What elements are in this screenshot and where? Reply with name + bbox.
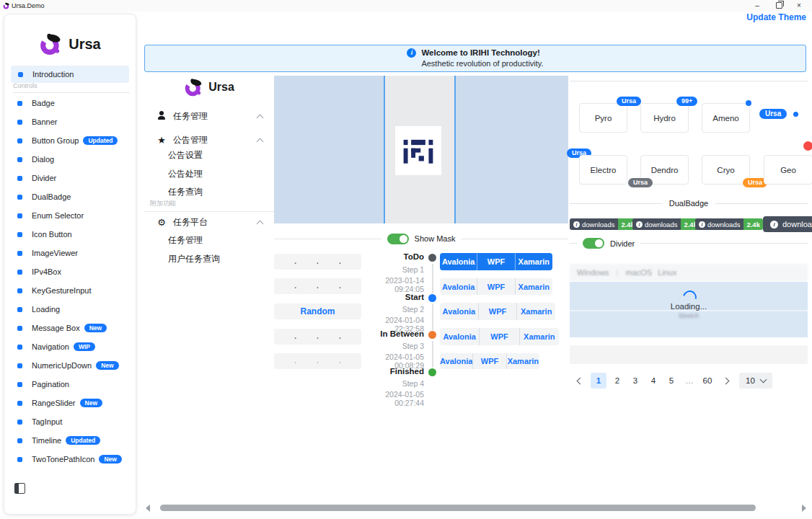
sidebar-item-dialog[interactable]: Dialog: [4, 150, 136, 169]
menu-item[interactable]: 用户任务查询: [168, 249, 269, 268]
sidebar-item-pagination[interactable]: Pagination: [4, 375, 136, 394]
timeline-step-label: Finished: [362, 367, 424, 376]
xamarin-button[interactable]: Xamarin: [515, 253, 552, 270]
sidebar-item-introduction[interactable]: Introduction: [11, 66, 129, 83]
avalonia-button[interactable]: Avalonia: [440, 278, 477, 295]
maximize-button[interactable]: [769, 0, 789, 11]
tab-windows[interactable]: Windows: [577, 268, 609, 277]
sidebar-item-keygestureinput[interactable]: KeyGestureInput: [4, 281, 136, 300]
sidebar-item-numericupdown[interactable]: NumericUpDownNew: [4, 356, 136, 375]
sidebar-item-rangeslider[interactable]: RangeSliderNew: [4, 394, 136, 412]
divider-toggle[interactable]: [583, 238, 604, 249]
page-button-4[interactable]: 4: [646, 373, 661, 389]
timeline-line: [432, 341, 433, 368]
sidebar-item-imageviewer[interactable]: ImageViewer: [4, 244, 136, 262]
random-button[interactable]: Random: [274, 303, 361, 319]
sidebar-item-icon-button[interactable]: Icon Button: [4, 225, 136, 244]
avalonia-button[interactable]: Avalonia: [440, 328, 479, 345]
avalonia-button[interactable]: Avalonia: [440, 353, 472, 369]
wpf-button[interactable]: WPF: [477, 278, 514, 295]
window-title: Ursa.Demo: [12, 2, 45, 9]
bullet-icon: [17, 120, 22, 125]
sidebar-item-banner[interactable]: Banner: [4, 112, 136, 131]
minimize-button[interactable]: –: [747, 0, 767, 11]
page-prev-button[interactable]: [573, 373, 587, 389]
dualbadge-divider-label: DualBadge: [669, 199, 708, 208]
dual-badge-large: idownloads 2.4k: [763, 216, 812, 232]
close-button[interactable]: ×: [789, 0, 809, 11]
tab-macos[interactable]: macOS: [625, 268, 652, 277]
minimize-icon: –: [755, 1, 759, 9]
collapse-sidebar-icon[interactable]: [14, 483, 25, 494]
xamarin-button[interactable]: Xamarin: [519, 328, 559, 345]
wpf-button[interactable]: WPF: [472, 353, 506, 369]
sidebar-item-ipv4box[interactable]: IPv4Box: [4, 262, 136, 281]
sidebar-item-message-box[interactable]: Message BoxNew: [4, 319, 136, 337]
page-button-3[interactable]: 3: [628, 373, 643, 389]
ipv4-input[interactable]: ...: [274, 329, 361, 345]
divider-line: [715, 203, 808, 204]
dualbadge-divider: DualBadge: [570, 199, 808, 208]
avalonia-button[interactable]: Avalonia: [440, 253, 477, 270]
timeline-step-label: ToDo: [362, 252, 424, 261]
chevron-up-icon: [257, 138, 264, 146]
badge-dot: [746, 100, 751, 106]
info-icon: i: [573, 221, 580, 228]
xamarin-button[interactable]: Xamarin: [506, 353, 539, 369]
badge-card-hydro: Hydro: [640, 103, 689, 133]
ipv4-input[interactable]: ...: [274, 278, 361, 294]
timeline-line: [432, 304, 433, 330]
button-group-solid: Avalonia WPF Xamarin: [440, 253, 552, 270]
sidebar-item-navigation[interactable]: NavigationWIP: [4, 337, 136, 356]
sidebar-item-enum-selector[interactable]: Enum Selector: [4, 206, 136, 225]
page-button-2[interactable]: 2: [610, 373, 625, 389]
timeline-dot-start: [428, 294, 436, 302]
close-icon: ×: [797, 1, 801, 9]
update-theme-button[interactable]: Update Theme: [746, 12, 806, 22]
timeline-dot-finished: [428, 368, 436, 376]
page-button-60[interactable]: 60: [700, 373, 715, 389]
menu-item[interactable]: 公告处理: [168, 164, 269, 183]
xamarin-button[interactable]: Xamarin: [516, 303, 555, 320]
wpf-button[interactable]: WPF: [477, 253, 514, 270]
menu-item[interactable]: 公告设置: [168, 146, 269, 164]
scroll-right-arrow[interactable]: [802, 505, 806, 512]
ursa-logo-icon: [39, 32, 63, 56]
sidebar-item-button-group[interactable]: Button GroupUpdated: [4, 131, 136, 150]
menu-group-task-management[interactable]: 任务管理: [144, 105, 273, 127]
bullet-icon: [17, 101, 22, 106]
sidebar-item-loading[interactable]: Loading: [4, 300, 136, 319]
sidebar-item-badge[interactable]: Badge: [4, 94, 136, 112]
bullet-icon: [17, 270, 22, 275]
show-mask-toggle[interactable]: [387, 234, 409, 244]
menu-group-task-platform[interactable]: ⚙ 任务平台: [144, 211, 273, 233]
page-size-dropdown[interactable]: 10: [739, 373, 772, 389]
image-viewer[interactable]: [274, 76, 568, 223]
info-icon: i: [770, 221, 778, 229]
xamarin-button[interactable]: Xamarin: [515, 278, 552, 295]
sidebar-item-twotonepathicon[interactable]: TwoTonePathIconNew: [4, 450, 136, 469]
sidebar-item-dualbadge[interactable]: DualBadge: [4, 187, 136, 206]
divider-toggle-label: Divider: [610, 239, 635, 248]
sidebar-item-divider[interactable]: Divider: [4, 169, 136, 187]
titlebar: Ursa.Demo – ×: [0, 0, 812, 12]
page-next-button[interactable]: [718, 373, 733, 389]
horizontal-scrollbar-thumb[interactable]: [160, 505, 756, 511]
page-button-1[interactable]: 1: [591, 373, 606, 389]
ipv4-input[interactable]: ...: [274, 254, 361, 270]
badge-card-pyro: Pyro: [579, 103, 627, 133]
wpf-button[interactable]: WPF: [478, 303, 517, 320]
divider-line: [461, 239, 568, 239]
menu-item[interactable]: 任务管理: [168, 231, 269, 249]
status-badge: Updated: [66, 436, 100, 445]
sidebar-item-timeline[interactable]: TimelineUpdated: [4, 431, 136, 450]
sidebar-item-taginput[interactable]: TagInput: [4, 412, 136, 431]
avalonia-button[interactable]: Avalonia: [440, 303, 478, 320]
scroll-left-arrow[interactable]: [146, 505, 150, 512]
page-button-5[interactable]: 5: [664, 373, 679, 389]
timeline-step-label: In Between: [362, 329, 424, 338]
chevron-right-icon: [722, 377, 729, 384]
wpf-button[interactable]: WPF: [479, 328, 518, 345]
info-icon: i: [636, 221, 643, 228]
tab-linux[interactable]: Linux: [658, 268, 676, 277]
